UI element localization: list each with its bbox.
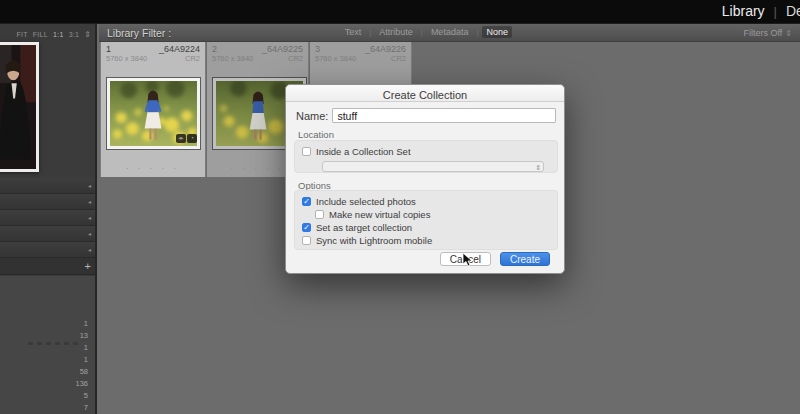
checkbox-unchecked[interactable] [302,147,311,156]
set-target-collection-row[interactable]: ✓ Set as target collection [302,221,550,234]
sidebar-panel-collapsed[interactable]: ◂ [0,210,95,226]
lightroom-window: Library | Develop FIT FILL 1:1 3:1 ⇕ [0,0,800,414]
module-separator: | [774,4,777,19]
sidebar-panel-collapsed[interactable]: ◂ [0,194,95,210]
sync-lightroom-mobile-row[interactable]: Sync with Lightroom mobile [302,234,550,247]
collection-count: 58 [0,366,95,378]
grid-cell-selected[interactable]: 1 _64A9224 5760 x 3840 CR2 [100,42,206,177]
filter-mode-group: Text | Attribute | Metadata | None [341,26,512,38]
module-develop[interactable]: Develop [786,3,800,19]
filter-mode-attribute[interactable]: Attribute [375,26,417,38]
make-virtual-copies-row[interactable]: Make new virtual copies [315,208,550,221]
filter-mode-text[interactable]: Text [341,26,366,38]
collection-count: 13 [0,330,95,342]
crop-badge-icon[interactable]: ⌯ [176,134,186,143]
collection-set-select[interactable]: ⇕ [322,161,544,172]
checkbox-unchecked[interactable] [302,236,311,245]
module-library[interactable]: Library [722,3,765,19]
create-button[interactable]: Create [500,252,550,266]
collections-list: 1 13 1 1 58 136 5 7 [0,276,95,414]
module-picker: Library | Develop [722,3,800,19]
collection-count: 136 [0,378,95,390]
cell-dimensions: 5760 x 3840 [212,54,253,63]
select-arrows-icon: ⇕ [535,163,541,172]
include-selected-photos-row[interactable]: ✓ Include selected photos [302,195,550,208]
dialog-buttons: Cancel Create [440,252,550,266]
filter-preset-label: Filters Off [743,28,782,38]
name-row: Name: [296,108,556,123]
collection-count: 1 [0,318,95,330]
thumbnail-badges: ⌯ ◔ [176,134,197,143]
cell-dimensions: 5760 x 3840 [315,54,356,63]
collection-count: 7 [0,402,95,414]
location-group: Inside a Collection Set ⇕ [294,140,558,173]
checkbox-label: Set as target collection [316,222,412,233]
adjustment-badge-icon[interactable]: ◔ [187,134,197,143]
checkbox-label: Make new virtual copies [329,209,430,220]
checkbox-checked[interactable]: ✓ [302,197,311,206]
location-section-label: Location [298,129,334,140]
collection-count: 5 [0,390,95,402]
left-sidebar: FIT FILL 1:1 3:1 ⇕ ◂ ◂ ◂ ◂ ◂ + [0,24,97,414]
cell-filename: _64A9225 [262,44,303,54]
navigator-zoom-bar: FIT FILL 1:1 3:1 ⇕ [0,27,95,41]
collection-name-input[interactable] [332,108,556,123]
cell-filename: _64A9224 [159,44,200,54]
cell-index: 2 [212,44,217,54]
filter-mode-separator: | [421,28,423,37]
chevron-updown-icon: ⇕ [785,29,792,38]
cell-dimensions: 5760 x 3840 [106,54,147,63]
checkbox-label: Sync with Lightroom mobile [316,235,432,246]
checkbox-label: Inside a Collection Set [316,146,411,157]
cell-format: CR2 [391,54,406,63]
panel-arrow-icon: ◂ [88,230,91,238]
rating-dots[interactable]: . . . . . [101,163,205,170]
cell-format: CR2 [288,54,303,63]
checkbox-label: Include selected photos [316,196,416,207]
zoom-3to1-button[interactable]: 3:1 [69,31,80,38]
cell-index: 1 [106,44,111,54]
zoom-1to1-button[interactable]: 1:1 [53,31,64,38]
filter-mode-separator: | [369,28,371,37]
cell-index: 3 [315,44,320,54]
module-bar: Library | Develop [0,0,800,24]
navigator-photo [0,45,36,169]
checkbox-checked[interactable]: ✓ [302,223,311,232]
name-label: Name: [296,110,328,122]
filter-mode-separator: | [476,28,478,37]
zoom-fill-button[interactable]: FILL [33,31,48,38]
add-collection-button[interactable]: + [85,260,91,272]
zoom-fit-button[interactable]: FIT [16,31,27,38]
cell-format: CR2 [185,54,200,63]
dialog-title-bar[interactable]: Create Collection [286,85,564,102]
library-filter-title: Library Filter : [107,27,171,39]
sidebar-panel-collapsed[interactable]: ◂ [0,242,95,258]
panel-arrow-icon: ◂ [88,182,91,190]
create-collection-dialog: Create Collection Name: Location Inside … [285,84,565,274]
sidebar-panel-stack: ◂ ◂ ◂ ◂ ◂ + [0,178,95,275]
zoom-menu-icon[interactable]: ⇕ [84,30,91,39]
cell-filename: _64A9226 [365,44,406,54]
panel-arrow-icon: ◂ [88,246,91,254]
options-group: ✓ Include selected photos Make new virtu… [294,190,558,250]
sidebar-panel-collapsed[interactable]: ◂ [0,226,95,242]
sidebar-panel-collapsed[interactable]: ◂ [0,178,95,194]
inside-collection-set-row[interactable]: Inside a Collection Set [302,145,550,158]
mouse-cursor [462,252,474,268]
collection-count: 1 [0,354,95,366]
library-filter-bar: Library Filter : Text | Attribute | Meta… [99,24,800,42]
checkbox-unchecked[interactable] [315,210,324,219]
panel-arrow-icon: ◂ [88,198,91,206]
filter-mode-metadata[interactable]: Metadata [427,26,473,38]
collection-row-dashes [28,342,78,345]
dialog-title: Create Collection [383,89,467,101]
panel-arrow-icon: ◂ [88,214,91,222]
filter-preset-dropdown[interactable]: Filters Off ⇕ [743,28,792,38]
collections-panel-header: + [0,258,95,275]
filter-mode-none[interactable]: None [482,26,512,38]
navigator-preview[interactable] [0,42,39,172]
